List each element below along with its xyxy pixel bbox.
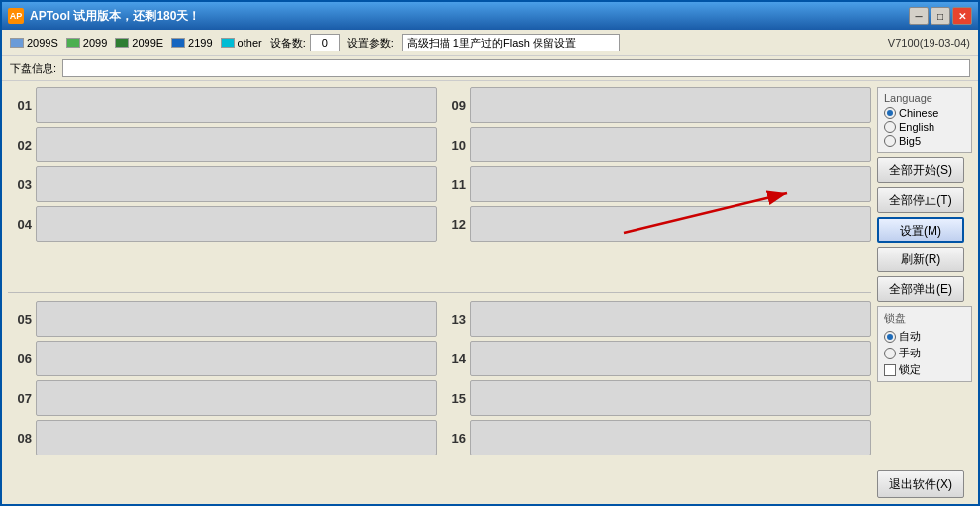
main-area: 01 02 03 04 <box>2 81 978 504</box>
slot-bar-10[interactable] <box>470 127 871 162</box>
radio-chinese-dot[interactable] <box>884 107 896 119</box>
start-all-button[interactable]: 全部开始(S) <box>877 157 964 183</box>
slot-row-06: 06 <box>8 341 437 376</box>
slot-row-15: 15 <box>442 380 871 416</box>
slot-row-14: 14 <box>442 341 871 376</box>
radio-chinese[interactable]: Chinese <box>884 107 965 119</box>
window-title: APTool 试用版本，还剩180天！ <box>30 8 909 25</box>
eject-all-button[interactable]: 全部弹出(E) <box>877 276 964 302</box>
slot-num-14: 14 <box>442 352 466 366</box>
radio-english-dot[interactable] <box>884 121 896 133</box>
slot-num-08: 08 <box>8 431 32 446</box>
slot-bar-08[interactable] <box>36 420 437 455</box>
radio-chinese-label: Chinese <box>899 107 938 119</box>
radio-manual-dot[interactable] <box>884 348 896 359</box>
info-bar-input[interactable] <box>62 59 970 77</box>
slot-num-12: 12 <box>442 217 466 232</box>
device-count-section: 设备数: <box>270 34 340 51</box>
slot-num-07: 07 <box>8 391 32 406</box>
radio-auto-label: 自动 <box>899 329 921 344</box>
settings-param-input[interactable] <box>402 34 620 51</box>
slot-bar-12[interactable] <box>470 206 871 242</box>
slot-row-09: 09 <box>442 87 871 123</box>
content-area: 2099S 2099 2099E 2199 other 设备数: <box>2 30 978 504</box>
legend-label-2099s: 2099S <box>27 37 58 49</box>
slot-bar-11[interactable] <box>470 166 871 202</box>
radio-auto[interactable]: 自动 <box>884 329 965 344</box>
slots-row-bottom: 05 06 07 08 <box>8 301 871 498</box>
refresh-button[interactable]: 刷新(R) <box>877 247 964 272</box>
settings-param-label: 设置参数: <box>347 36 394 51</box>
slot-bar-09[interactable] <box>470 87 871 123</box>
slot-num-16: 16 <box>442 431 466 446</box>
legend-color-2099 <box>66 38 80 48</box>
slot-bar-15[interactable] <box>470 380 871 416</box>
legend-2199: 2199 <box>171 37 212 49</box>
slot-num-09: 09 <box>442 98 466 113</box>
slot-bar-02[interactable] <box>36 127 437 162</box>
legend-other: other <box>221 37 262 49</box>
language-box: Language Chinese English Big5 <box>877 87 972 153</box>
slot-bar-13[interactable] <box>470 301 871 337</box>
exit-button[interactable]: 退出软件(X) <box>877 470 964 498</box>
slot-bar-04[interactable] <box>36 206 437 242</box>
radio-manual[interactable]: 手动 <box>884 346 965 360</box>
lock-checkbox-label: 锁定 <box>899 362 921 377</box>
slot-bar-16[interactable] <box>470 420 871 455</box>
lock-checkbox-row[interactable]: 锁定 <box>884 362 965 377</box>
slot-bar-03[interactable] <box>36 166 437 202</box>
slot-bar-06[interactable] <box>36 341 437 376</box>
lock-box: 锁盘 自动 手动 锁定 <box>877 306 972 382</box>
radio-big5-dot[interactable] <box>884 135 896 147</box>
lock-checkbox[interactable] <box>884 364 896 376</box>
slot-num-15: 15 <box>442 391 466 406</box>
legend-label-2199: 2199 <box>188 37 212 49</box>
info-bar-label: 下盘信息: <box>10 61 56 76</box>
legend-color-2099s <box>10 38 24 48</box>
slot-row-12: 12 <box>442 206 871 242</box>
info-bar: 下盘信息: <box>2 56 978 81</box>
slots-container: 01 02 03 04 <box>8 87 871 498</box>
slot-num-13: 13 <box>442 312 466 327</box>
legend-label-2099e: 2099E <box>132 37 163 49</box>
right-panel: Language Chinese English Big5 全部 <box>877 87 972 498</box>
legend-2099s: 2099S <box>10 37 58 49</box>
slot-bar-05[interactable] <box>36 301 437 337</box>
slot-num-04: 04 <box>8 217 32 232</box>
version-label: V7100(19-03-04) <box>888 37 970 49</box>
slot-row-13: 13 <box>442 301 871 337</box>
slot-num-01: 01 <box>8 98 32 113</box>
stop-all-button[interactable]: 全部停止(T) <box>877 187 964 213</box>
settings-button[interactable]: 设置(M) <box>877 217 964 243</box>
slot-num-06: 06 <box>8 352 32 366</box>
close-button[interactable]: ✕ <box>952 7 972 25</box>
radio-big5-label: Big5 <box>899 135 921 147</box>
minimize-button[interactable]: ─ <box>909 7 929 25</box>
slots-row-top: 01 02 03 04 <box>8 87 871 284</box>
slot-row-16: 16 <box>442 420 871 455</box>
slot-group-right-bottom: 13 14 15 16 <box>442 301 871 498</box>
restore-button[interactable]: □ <box>931 7 950 25</box>
slot-row-08: 08 <box>8 420 437 455</box>
slot-row-02: 02 <box>8 127 437 162</box>
slot-row-05: 05 <box>8 301 437 337</box>
slot-row-04: 04 <box>8 206 437 242</box>
slot-group-right-top: 09 10 11 12 <box>442 87 871 284</box>
window-controls: ─ □ ✕ <box>909 7 972 25</box>
slot-bar-14[interactable] <box>470 341 871 376</box>
radio-english[interactable]: English <box>884 121 965 133</box>
legend-label-2099: 2099 <box>83 37 107 49</box>
slot-bar-07[interactable] <box>36 380 437 416</box>
toolbar: 2099S 2099 2099E 2199 other 设备数: <box>2 30 978 56</box>
slot-row-07: 07 <box>8 380 437 416</box>
slot-bar-01[interactable] <box>36 87 437 123</box>
slot-num-10: 10 <box>442 138 466 152</box>
device-count-input[interactable] <box>310 34 340 51</box>
slot-row-01: 01 <box>8 87 437 123</box>
slot-num-05: 05 <box>8 312 32 327</box>
slot-num-02: 02 <box>8 138 32 152</box>
slot-row-03: 03 <box>8 166 437 202</box>
slot-num-03: 03 <box>8 177 32 192</box>
radio-auto-dot[interactable] <box>884 331 896 343</box>
radio-big5[interactable]: Big5 <box>884 135 965 147</box>
